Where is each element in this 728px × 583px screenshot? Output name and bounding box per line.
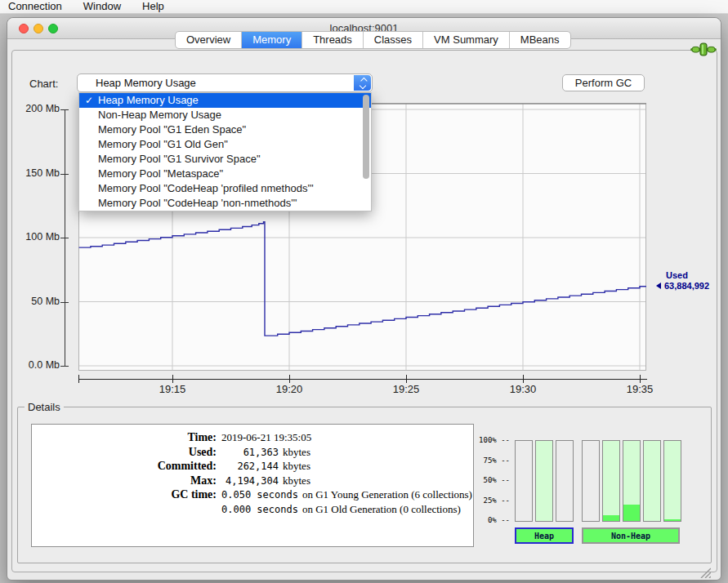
dropdown-item-heap-memory-usage[interactable]: ✓Heap Memory Usage	[79, 93, 371, 108]
details-value-number: 61,363	[221, 447, 279, 458]
dropdown-scrollbar-thumb[interactable]	[363, 95, 369, 179]
pool-bar-committed-fill	[664, 441, 681, 521]
perform-gc-button[interactable]: Perform GC	[562, 74, 645, 91]
pool-bar-non-heap	[623, 440, 641, 522]
y-axis-tick	[60, 174, 69, 175]
pool-bar-non-heap	[663, 440, 681, 522]
details-row: 0.000 secondson G1 Old Generation (0 col…	[32, 501, 473, 516]
x-axis-tick	[172, 375, 173, 383]
dropdown-item-non-heap-memory-usage[interactable]: Non-Heap Memory Usage	[79, 108, 371, 122]
details-value-text: 2019-06-21 19:35:05	[221, 431, 311, 443]
details-value-number: 262,144	[221, 461, 279, 472]
pool-percent-label: 50% --	[472, 476, 510, 484]
dropdown-item-memory-pool-codeheap-profiled-nmethods[interactable]: Memory Pool "CodeHeap 'profiled nmethods…	[79, 181, 371, 196]
x-axis-label: 19:25	[388, 383, 424, 395]
tab-memory[interactable]: Memory	[242, 32, 302, 48]
menu-item-help[interactable]: Help	[132, 0, 175, 14]
dropdown-item-memory-pool-g1-survivor-space[interactable]: Memory Pool "G1 Survivor Space"	[79, 152, 371, 167]
pool-bar-used-fill	[623, 505, 640, 521]
y-axis-tick	[60, 366, 69, 367]
y-axis-label: 50 Mb	[11, 296, 60, 307]
details-row-value: 2019-06-21 19:35:05	[221, 429, 311, 444]
x-axis-tick	[289, 375, 290, 383]
dropdown-item-memory-pool-metaspace[interactable]: Memory Pool "Metaspace"	[79, 167, 371, 181]
pool-bar-committed-fill	[603, 441, 619, 521]
pool-bar-non-heap	[643, 440, 661, 522]
x-axis-label: 19:30	[505, 383, 541, 395]
pool-bar-used-fill	[603, 515, 619, 521]
chart-dropdown-label: Chart:	[29, 78, 58, 90]
y-axis-label: 0.0 Mb	[11, 359, 60, 371]
pool-percent-label: 25% --	[472, 496, 510, 505]
y-axis-tick	[60, 238, 69, 238]
details-value-unit: kbytes	[283, 460, 310, 472]
details-value-number: 0.050 seconds	[221, 489, 298, 501]
y-axis-label: 200 Mb	[11, 103, 60, 114]
tab-threads[interactable]: Threads	[302, 32, 364, 48]
menu-bar: ConnectionWindowHelp	[0, 0, 728, 14]
used-annotation-value: 63,884,992	[664, 281, 709, 291]
dropdown-item-label: Memory Pool "Metaspace"	[98, 167, 223, 180]
tab-vm-summary[interactable]: VM Summary	[423, 32, 510, 48]
pool-percent-label: 0% --	[472, 516, 510, 524]
chart-combobox[interactable]: Heap Memory Usage	[77, 73, 373, 92]
used-annotation-label: Used	[666, 270, 709, 281]
details-row-label: Used:	[32, 446, 217, 459]
details-group-title: Details	[25, 401, 64, 413]
details-row-label: Max:	[32, 474, 217, 487]
tab-bar: OverviewMemoryThreadsClassesVM SummaryMB…	[175, 31, 571, 49]
details-value-number: 0.000 seconds	[221, 504, 298, 515]
x-axis-end-tick	[78, 375, 79, 383]
dropdown-item-memory-pool-g1-eden-space[interactable]: Memory Pool "G1 Eden Space"	[79, 122, 371, 137]
details-row: Used:61,363kbytes	[32, 444, 473, 459]
x-axis-label: 19:20	[271, 383, 307, 395]
dropdown-item-label: Memory Pool "G1 Old Gen"	[98, 138, 228, 150]
pool-bar-used-fill	[664, 519, 681, 521]
menu-item-window[interactable]: Window	[73, 0, 132, 14]
y-axis-tick	[60, 109, 69, 110]
y-axis-label: 150 Mb	[11, 167, 60, 179]
x-axis-label: 19:15	[154, 383, 190, 395]
details-row-value: 0.000 secondson G1 Old Generation (0 col…	[221, 501, 461, 516]
dropdown-item-label: Heap Memory Usage	[98, 94, 199, 106]
dropdown-item-memory-pool-g1-old-gen[interactable]: Memory Pool "G1 Old Gen"	[79, 137, 371, 152]
tab-classes[interactable]: Classes	[364, 32, 423, 48]
x-axis	[78, 379, 647, 380]
pool-bar-heap	[556, 440, 574, 522]
tab-overview[interactable]: Overview	[176, 32, 242, 48]
details-row-value: 4,194,304kbytes	[221, 473, 310, 487]
pool-percent-label: 100% --	[472, 436, 510, 444]
details-row: Time:2019-06-21 19:35:05	[32, 429, 473, 444]
marker-triangle-icon	[656, 283, 661, 289]
chart-combobox-value: Heap Memory Usage	[96, 77, 196, 89]
dropdown-item-label: Memory Pool "CodeHeap 'non-nmethods'"	[98, 197, 297, 209]
details-row: Committed:262,144kbytes	[32, 458, 473, 473]
menu-item-connection[interactable]: Connection	[0, 0, 73, 14]
used-annotation: Used 63,884,992	[656, 270, 709, 292]
details-value-number: 4,194,304	[221, 475, 279, 487]
resize-grip[interactable]	[698, 567, 711, 581]
tab-mbeans[interactable]: MBeans	[510, 32, 570, 48]
details-value-unit: kbytes	[283, 446, 310, 458]
dropdown-item-label: Non-Heap Memory Usage	[98, 109, 221, 121]
dropdown-item-memory-pool-codeheap-non-nmethods[interactable]: Memory Pool "CodeHeap 'non-nmethods'"	[79, 196, 371, 211]
chart-dropdown-menu: ✓Heap Memory UsageNon-Heap Memory UsageM…	[78, 92, 372, 211]
details-value-unit: kbytes	[283, 474, 310, 487]
details-group: Details Time:2019-06-21 19:35:05Used:61,…	[17, 407, 712, 563]
x-axis-tick	[523, 375, 524, 383]
combobox-stepper-icon[interactable]	[354, 75, 371, 91]
x-axis-label: 19:35	[622, 383, 658, 395]
details-value-unit: on G1 Old Generation (0 collections)	[302, 503, 461, 515]
dropdown-item-label: Memory Pool "G1 Survivor Space"	[98, 153, 261, 165]
details-text-area: Time:2019-06-21 19:35:05Used:61,363kbyte…	[31, 424, 474, 547]
dropdown-item-label: Memory Pool "G1 Eden Space"	[98, 123, 246, 136]
pool-bar-committed-fill	[536, 441, 552, 521]
details-row-value: 0.050 secondson G1 Young Generation (6 c…	[221, 487, 472, 501]
details-row-label: Time:	[32, 431, 217, 444]
details-row: Max:4,194,304kbytes	[32, 473, 473, 487]
pool-button-heap[interactable]: Heap	[515, 527, 574, 544]
details-row: GC time:0.050 secondson G1 Young Generat…	[32, 487, 473, 501]
pool-bar-heap	[515, 440, 533, 522]
details-row-value: 262,144kbytes	[221, 458, 310, 473]
pool-button-non-heap[interactable]: Non-Heap	[582, 527, 680, 544]
